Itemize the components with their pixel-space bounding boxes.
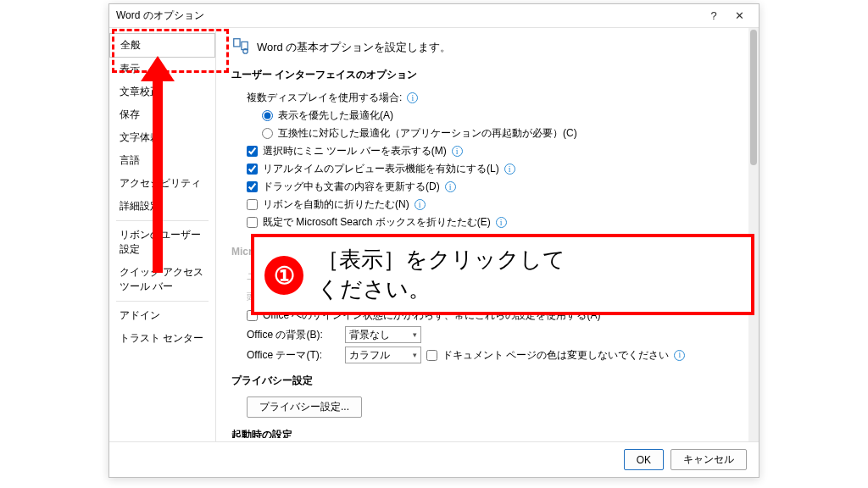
- instruction-callout: ① ［表示］をクリックして ください。: [251, 234, 754, 315]
- instruction-arrow-head: [141, 56, 175, 81]
- ui-section-title: ユーザー インターフェイスのオプション: [231, 68, 743, 82]
- help-icon[interactable]: ?: [701, 9, 726, 22]
- scrollbar-thumb[interactable]: [750, 30, 757, 165]
- instruction-arrow: [153, 76, 163, 273]
- callout-text: ［表示］をクリックして ください。: [314, 237, 751, 312]
- info-icon[interactable]: i: [407, 92, 418, 103]
- cb-ribbon-collapse[interactable]: [247, 199, 258, 210]
- radio-optimize-display[interactable]: 表示を優先した最適化(A): [262, 107, 743, 125]
- cb-ms-search[interactable]: [247, 217, 258, 228]
- privacy-section-title: プライバシー設定: [231, 374, 743, 388]
- multi-display-label: 複数ディスプレイを使用する場合: i: [247, 89, 743, 107]
- dialog-buttons: OK キャンセル: [109, 441, 759, 477]
- sidebar-item-general[interactable]: 全般: [109, 33, 215, 58]
- cb-live-preview-row[interactable]: リアルタイムのプレビュー表示機能を有効にする(L) i: [247, 160, 743, 178]
- cb-ms-search-row[interactable]: 既定で Microsoft Search ボックスを折りたたむ(E) i: [247, 214, 743, 231]
- cancel-button[interactable]: キャンセル: [670, 449, 747, 470]
- info-icon[interactable]: i: [496, 217, 507, 228]
- radio-compat-optimize[interactable]: [262, 128, 273, 139]
- info-icon[interactable]: i: [504, 164, 515, 175]
- cb-drag-update[interactable]: [247, 181, 258, 192]
- svg-rect-0: [234, 39, 240, 47]
- cb-drag-update-row[interactable]: ドラッグ中も文書の内容を更新する(D) i: [247, 178, 743, 196]
- info-icon[interactable]: i: [415, 199, 426, 210]
- ok-button[interactable]: OK: [624, 449, 664, 470]
- heading-text: Word の基本オプションを設定します。: [257, 40, 451, 55]
- titlebar: Word のオプション ? ✕: [109, 4, 759, 28]
- office-bg-row: Office の背景(B): 背景なし: [247, 324, 743, 345]
- sidebar: 全般 表示 文章校正 保存 文字体裁 言語 アクセシビリティ 詳細設定 リボンの…: [109, 28, 216, 441]
- cb-ribbon-collapse-row[interactable]: リボンを自動的に折りたたむ(N) i: [247, 196, 743, 214]
- privacy-settings-button[interactable]: プライバシー設定...: [247, 396, 362, 418]
- dialog-title: Word のオプション: [116, 8, 701, 23]
- cb-theme-noask[interactable]: [426, 350, 437, 361]
- sidebar-item-trust-center[interactable]: トラスト センター: [109, 327, 215, 350]
- callout-number-badge: ①: [261, 252, 307, 298]
- radio-optimize-compat[interactable]: 互換性に対応した最適化（アプリケーションの再起動が必要）(C): [262, 125, 743, 142]
- office-theme-select[interactable]: カラフル: [345, 347, 421, 363]
- radio-display-optimize[interactable]: [262, 110, 273, 121]
- cb-mini-toolbar[interactable]: [247, 146, 258, 157]
- info-icon[interactable]: i: [445, 181, 456, 192]
- info-icon[interactable]: i: [452, 146, 463, 157]
- cb-live-preview[interactable]: [247, 164, 258, 175]
- office-bg-select[interactable]: 背景なし: [345, 326, 421, 343]
- info-icon[interactable]: i: [674, 350, 685, 361]
- close-icon[interactable]: ✕: [726, 9, 752, 22]
- cb-mini-toolbar-row[interactable]: 選択時にミニ ツール バーを表示する(M) i: [247, 142, 743, 160]
- sidebar-divider: [116, 301, 209, 302]
- sidebar-item-addins[interactable]: アドイン: [109, 304, 215, 327]
- office-theme-row: Office テーマ(T): カラフル ドキュメント ページの色は変更しないでく…: [247, 345, 743, 365]
- options-gear-icon: [231, 36, 250, 58]
- startup-section-title: 起動時の設定: [231, 428, 743, 438]
- heading-row: Word の基本オプションを設定します。: [231, 36, 743, 58]
